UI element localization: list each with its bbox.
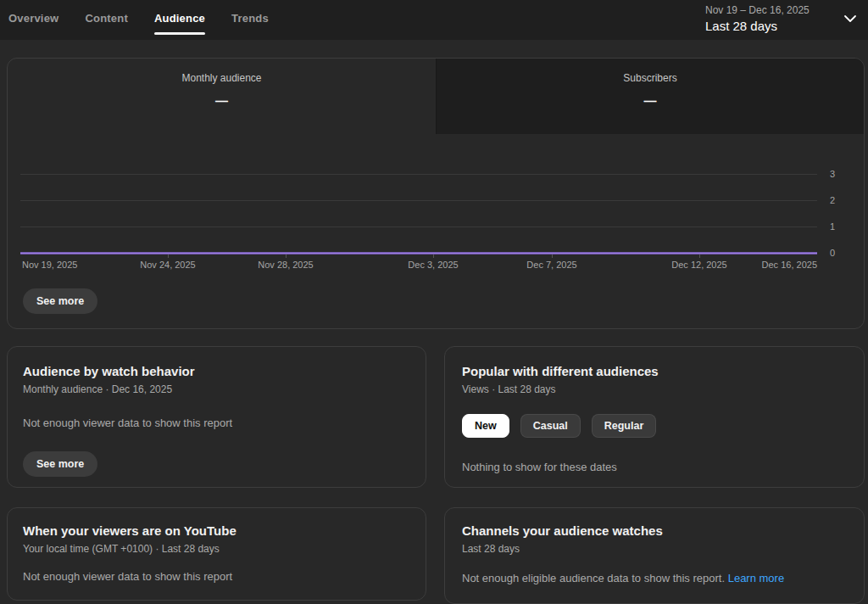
x-axis-label: Dec 3, 2025 [391,260,476,270]
see-more-button[interactable]: See more [23,288,97,314]
y-axis-label: 3 [823,169,842,179]
chip-new[interactable]: New [462,414,509,438]
chevron-down-icon[interactable] [841,9,860,28]
card-subtitle: Monthly audience · Dec 16, 2025 [23,383,410,395]
tab-content[interactable]: Content [85,12,128,26]
y-axis-label: 0 [823,248,842,258]
line-chart: 3 2 1 0 Nov 19, 2025 Nov 24, 2025 Nov 28… [8,134,864,287]
date-preset-text: Last 28 days [705,19,810,33]
metric-tab-value: — [8,93,436,108]
x-axis-tick [168,254,169,258]
tab-overview[interactable]: Overview [8,12,58,26]
card-title: Popular with different audiences [462,364,847,378]
tab-overview-label: Overview [8,12,58,25]
x-axis-label: Nov 28, 2025 [243,260,328,270]
chip-casual[interactable]: Casual [520,414,581,438]
gridline [20,174,817,175]
card-subtitle: Views · Last 28 days [462,383,847,395]
see-more-button[interactable]: See more [23,451,97,477]
audience-type-chips: New Casual Regular [462,414,847,438]
metric-tab-label: Subscribers [437,72,864,84]
empty-state-text: Not enough eligible audience data to sho… [462,572,847,584]
metric-tab-value: — [437,93,864,108]
gridline [20,226,817,227]
empty-state-text: Not enough viewer data to show this repo… [23,570,410,583]
analytics-header: Overview Content Audience Trends Nov 19 … [0,0,868,40]
card-title: Audience by watch behavior [23,364,410,378]
metric-tab-monthly-audience[interactable]: Monthly audience — [8,59,436,134]
viewers-online-card: When your viewers are on YouTube Your lo… [7,507,426,601]
metric-tabs: Monthly audience — Subscribers — [8,59,864,134]
x-axis-label: Dec 12, 2025 [657,260,742,270]
metric-tab-label: Monthly audience [8,72,436,84]
tab-audience-label: Audience [154,12,205,25]
channels-watched-card: Channels your audience watches Last 28 d… [444,507,865,604]
empty-state-text: Nothing to show for these dates [462,461,847,473]
audience-chart-card: Monthly audience — Subscribers — 3 2 1 0… [7,58,865,329]
popular-audiences-card: Popular with different audiences Views ·… [444,346,865,488]
x-axis-tick [552,254,553,258]
tab-audience[interactable]: Audience [154,12,205,26]
active-tab-underline [154,32,205,35]
x-axis-tick [433,254,434,258]
gridline [20,200,817,201]
learn-more-link[interactable]: Learn more [728,572,784,584]
date-range-picker[interactable]: Nov 19 – Dec 16, 2025 Last 28 days [705,4,810,33]
tab-trends[interactable]: Trends [231,12,269,26]
chip-regular[interactable]: Regular [592,414,657,438]
card-title: Channels your audience watches [462,523,847,538]
date-range-text: Nov 19 – Dec 16, 2025 [705,4,810,16]
card-subtitle: Your local time (GMT +0100) · Last 28 da… [23,543,410,555]
watch-behavior-card: Audience by watch behavior Monthly audie… [7,346,426,488]
x-axis-label: Nov 24, 2025 [125,260,210,270]
x-axis-tick [286,254,287,258]
y-axis-label: 2 [823,195,842,205]
card-subtitle: Last 28 days [462,543,847,555]
x-axis-tick [699,254,700,258]
analytics-nav-tabs: Overview Content Audience Trends [8,12,269,26]
y-axis-label: 1 [823,221,842,232]
x-axis-label: Dec 16, 2025 [732,260,817,270]
empty-state-text: Not enough viewer data to show this repo… [23,417,410,429]
empty-state-message: Not enough eligible audience data to sho… [462,572,725,584]
tab-content-label: Content [85,12,128,25]
tab-trends-label: Trends [231,12,269,25]
chart-series-line [20,252,817,254]
metric-tab-subscribers[interactable]: Subscribers — [436,59,864,134]
x-axis-label: Dec 7, 2025 [509,260,594,270]
x-axis-label: Nov 19, 2025 [22,260,107,270]
card-title: When your viewers are on YouTube [23,523,410,538]
